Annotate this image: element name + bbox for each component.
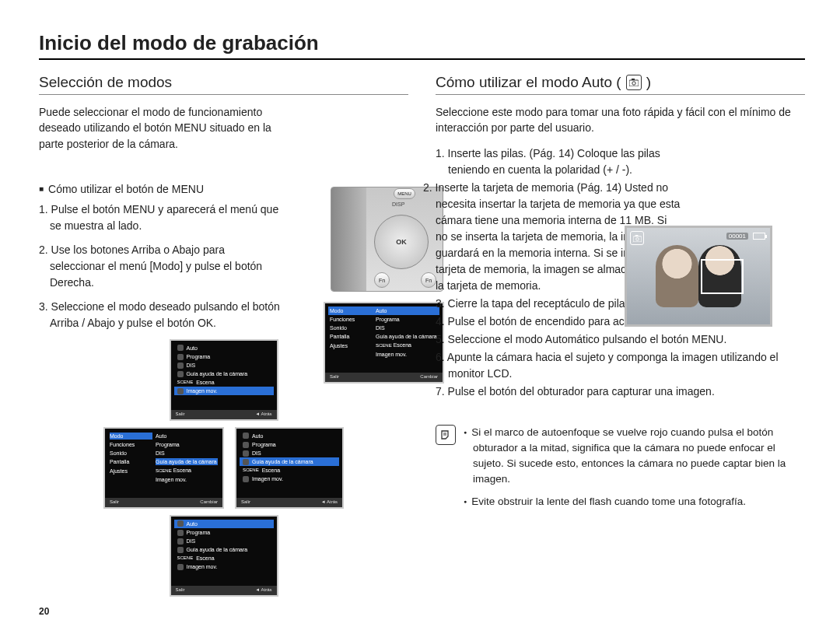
autofocus-frame (701, 259, 744, 294)
two-column-layout: Selección de modos Puede seleccionar el … (39, 74, 805, 597)
note-box: Si el marco de autoenfoque se vuelve roj… (436, 425, 805, 516)
ok-dial (374, 215, 429, 269)
rstep-1: 1. Inserte las pilas. (Pág. 14) Coloque … (448, 145, 693, 178)
step-1: 1. Pulse el botón MENU y aparecerá el me… (50, 201, 280, 234)
svg-rect-0 (629, 80, 639, 86)
fn-button-1: Fn (374, 272, 390, 288)
rstep-7: 7. Pulse el botón del obturador para cap… (448, 384, 805, 400)
lcd-screenshot-4: Auto Programa DIS Guía ayuda de la cámar… (235, 427, 344, 509)
camera-back-illustration: MENU DISP Fn Fn (331, 187, 443, 292)
svg-point-2 (632, 82, 635, 85)
guide-icon (177, 371, 184, 377)
lcd-menu-dual: Modo Auto Funciones Programa Sonido DIS … (324, 302, 444, 384)
program-icon (177, 354, 184, 360)
page-number: 20 (39, 606, 49, 617)
rstep-5: 5. Seleccione el modo Automático pulsand… (448, 331, 805, 348)
left-heading: Selección de modos (39, 74, 408, 95)
note-list: Si el marco de autoenfoque se vuelve roj… (464, 425, 805, 516)
note-2: Evite obstruir la lente del flash cuando… (464, 494, 805, 510)
camera-grip (331, 187, 366, 291)
right-heading: Cómo utilizar el modo Auto ( ) (436, 74, 805, 95)
dis-icon (177, 363, 184, 369)
right-intro: Seleccione este modo para tomar una foto… (436, 104, 805, 136)
page-title: Inicio del modo de grabación (39, 31, 805, 60)
lcd-screenshot-5: Auto Programa DIS Guía ayuda de la cámar… (170, 515, 278, 597)
left-intro: Puede seleccionar el modo de funcionamie… (39, 104, 284, 152)
manual-page: Inicio del modo de grabación Selección d… (0, 0, 840, 634)
lcd-screenshot-2: Auto Programa DIS Guía ayuda de la cámar… (170, 339, 278, 421)
right-column: Cómo utilizar el modo Auto ( ) Seleccion… (436, 74, 805, 597)
bride-figure (656, 245, 698, 307)
rstep-6: 6. Apunte la cámara hacia el sujeto y co… (448, 349, 805, 382)
left-column: Selección de modos Puede seleccionar el … (39, 74, 408, 597)
camera-auto-icon (626, 75, 642, 90)
lcd-screenshot-3: Modo Auto Funciones Programa Sonido DIS … (103, 427, 224, 509)
menu-button-graphic: MENU (394, 188, 415, 199)
menu-steps: 1. Pulse el botón MENU y aparecerá el me… (39, 201, 280, 331)
movie-icon (177, 388, 184, 394)
step-2: 2. Use los botones Arriba o Abajo para s… (50, 242, 280, 291)
sample-photo-lcd: 00001 (625, 226, 772, 327)
fn-button-2: Fn (421, 272, 436, 288)
auto-icon (177, 345, 184, 351)
lcd-screenshot-1: Modo Auto Funciones Programa Sonido DIS … (324, 302, 444, 384)
footer-exit: Salir (330, 374, 339, 380)
note-1: Si el marco de autoenfoque se vuelve roj… (464, 425, 805, 488)
note-icon (436, 425, 456, 445)
step-3: 3. Seleccione el modo deseado pulsando e… (50, 299, 280, 331)
sample-subjects (627, 228, 770, 324)
svg-rect-1 (632, 79, 635, 80)
disp-label: DISP (392, 201, 404, 207)
